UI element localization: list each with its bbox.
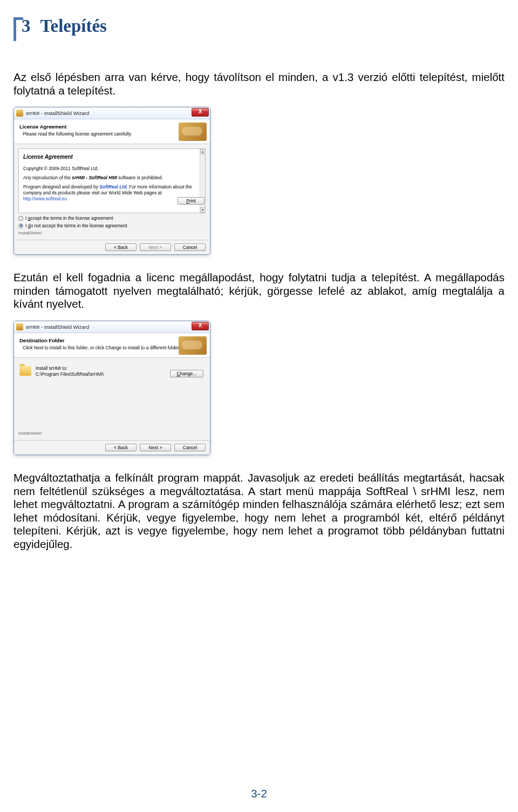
back-button[interactable]: < Back — [105, 243, 137, 251]
install-path: C:\Program Files\SoftReal\srHMI\ — [36, 371, 104, 377]
dialog-header-title: License Agreement — [19, 124, 205, 130]
dialog-destination-folder: srHMI - InstallShield Wizard X Destinati… — [13, 321, 210, 455]
cancel-button[interactable]: Cancel — [174, 243, 206, 251]
dialog-license-agreement: srHMI - InstallShield Wizard X License A… — [13, 107, 210, 255]
radio-decline-row[interactable]: I do not accept the terms in the license… — [18, 223, 206, 228]
app-icon — [16, 323, 23, 330]
folder-icon — [19, 366, 31, 376]
dialog-body: License Agreement Copyright © 2009-2011 … — [14, 144, 210, 240]
install-to-label: Install srHMI to: — [36, 366, 104, 371]
print-button[interactable]: Print — [178, 197, 205, 205]
next-button[interactable]: Next > — [140, 444, 171, 451]
license-repro: Any reproduction of the srHMI - SoftReal… — [23, 175, 201, 181]
license-title: License Agreement — [23, 153, 201, 160]
paragraph-1: Az első lépésben arra van kérve, hogy tá… — [13, 71, 505, 97]
dialog-header: License Agreement Please read the follow… — [14, 119, 210, 144]
radio-accept-row[interactable]: I accept the terms in the license agreem… — [18, 215, 206, 221]
brand-logo — [179, 336, 207, 355]
window-title: srHMI - InstallShield Wizard — [26, 324, 89, 330]
window-title: srHMI - InstallShield Wizard — [26, 110, 89, 116]
paragraph-3: Megváltoztathatja a felkínált program ma… — [13, 471, 505, 551]
dialog-header-subtitle: Click Next to install to this folder, or… — [19, 345, 205, 350]
dialog-button-bar: < Back Next > Cancel — [14, 240, 210, 254]
change-button[interactable]: Change... — [170, 370, 203, 377]
chapter-number: 3 — [22, 16, 31, 36]
radio-decline[interactable] — [18, 224, 23, 228]
close-button[interactable]: X — [192, 322, 209, 330]
radio-decline-label: I do not accept the terms in the license… — [25, 223, 127, 228]
close-button[interactable]: X — [192, 108, 209, 117]
chapter-title: Telepítés — [40, 16, 107, 36]
back-button[interactable]: < Back — [105, 444, 137, 451]
cancel-button[interactable]: Cancel — [174, 444, 206, 451]
radio-accept-label: I accept the terms in the license agreem… — [25, 215, 113, 221]
installshield-label: InstallShield — [18, 231, 206, 235]
titlebar: srHMI - InstallShield Wizard X — [14, 321, 210, 333]
radio-accept[interactable] — [18, 216, 23, 221]
dialog-body: Install srHMI to: C:\Program Files\SoftR… — [14, 358, 210, 440]
license-copyright: Copyright © 2009-2011 SoftReal Ltd. — [23, 166, 201, 172]
page-number: 3-2 — [0, 787, 518, 800]
paragraph-2: Ezután el kell fogadnia a licenc megálla… — [13, 271, 505, 311]
dialog-header: Destination Folder Click Next to install… — [14, 333, 210, 358]
license-design: Program designed and developed by SoftRe… — [23, 184, 201, 202]
titlebar: srHMI - InstallShield Wizard X — [14, 107, 210, 119]
scroll-up-icon[interactable]: ▴ — [200, 149, 206, 154]
dialog-header-title: Destination Folder — [19, 337, 205, 343]
next-button[interactable]: Next > — [140, 243, 171, 251]
installshield-label: InstallShield — [18, 431, 206, 436]
chapter-header: 3 Telepítés — [13, 16, 505, 41]
dialog-button-bar: < Back Next > Cancel — [14, 440, 210, 455]
brand-logo — [179, 123, 207, 141]
scroll-down-icon[interactable]: ▾ — [200, 207, 206, 213]
app-icon — [16, 110, 23, 117]
dialog-header-subtitle: Please read the following license agreem… — [19, 131, 205, 137]
